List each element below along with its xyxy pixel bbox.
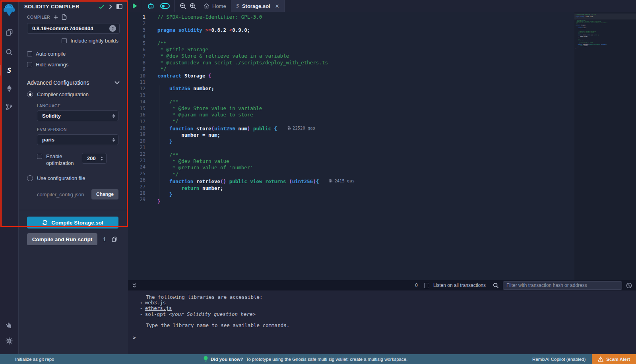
enable-optimization-checkbox[interactable] bbox=[37, 154, 42, 159]
remix-logo[interactable] bbox=[0, 2, 19, 19]
pin-panel-icon[interactable] bbox=[116, 4, 122, 9]
hide-warnings-label: Hide warnings bbox=[36, 62, 68, 68]
evm-version-select[interactable]: paris bbox=[37, 134, 118, 145]
code-line[interactable]: */ bbox=[157, 66, 574, 72]
tip-text: To prototype using the Gnosis safe multi… bbox=[246, 357, 408, 362]
tab-label: Storage.sol bbox=[242, 3, 270, 9]
version-stepper-icon bbox=[109, 25, 116, 32]
terminal-search-icon[interactable] bbox=[493, 283, 499, 288]
code-line[interactable]: * @return value of 'number' bbox=[157, 165, 574, 171]
deploy-run-icon[interactable] bbox=[0, 81, 19, 96]
code-line[interactable] bbox=[157, 79, 574, 85]
code-line[interactable]: * @dev Store value in variable bbox=[157, 105, 574, 112]
info-icon[interactable]: i bbox=[103, 236, 106, 242]
line-number: 16 bbox=[128, 112, 145, 118]
code-line[interactable]: */ bbox=[157, 171, 574, 178]
file-explorer-icon[interactable] bbox=[0, 25, 19, 40]
clear-console-icon[interactable] bbox=[626, 283, 632, 288]
expand-terminal-icon[interactable] bbox=[132, 283, 137, 288]
chevron-right-icon[interactable] bbox=[109, 4, 112, 9]
code-line[interactable]: contract Storage { bbox=[157, 73, 574, 79]
use-configuration-file-label: Use configuration file bbox=[37, 175, 85, 181]
code-line[interactable] bbox=[157, 33, 574, 40]
change-config-button[interactable]: Change bbox=[91, 189, 118, 199]
code-line[interactable]: } bbox=[157, 192, 574, 198]
ai-copilot-toggle[interactable] bbox=[160, 3, 170, 9]
code-line[interactable]: /** bbox=[157, 99, 574, 105]
code-line[interactable]: number = num; bbox=[157, 132, 574, 138]
code-line[interactable]: /** bbox=[157, 40, 574, 46]
auto-compile-checkbox[interactable] bbox=[27, 51, 32, 56]
code-line[interactable]: * @param num value to store bbox=[157, 112, 574, 118]
copilot-status[interactable]: RemixAI Copilot (enabled) bbox=[532, 357, 586, 362]
zoom-in-icon[interactable] bbox=[190, 3, 196, 10]
optimization-runs-input[interactable]: 200 bbox=[82, 153, 107, 164]
solidity-compiler-icon[interactable]: S bbox=[0, 63, 19, 78]
ai-segment bbox=[142, 0, 175, 12]
code-line[interactable]: /** bbox=[157, 152, 574, 158]
hide-warnings-checkbox[interactable] bbox=[27, 62, 32, 67]
terminal-link[interactable]: web3.js bbox=[145, 300, 166, 306]
search-icon[interactable] bbox=[0, 45, 19, 60]
home-label: Home bbox=[212, 3, 226, 9]
compiler-section-label: COMPILER bbox=[27, 15, 50, 19]
compiler-configuration-radio[interactable] bbox=[27, 91, 33, 97]
listen-transactions-checkbox[interactable] bbox=[424, 283, 429, 288]
add-compiler-icon[interactable] bbox=[54, 15, 58, 19]
refresh-icon bbox=[42, 220, 48, 225]
line-number: 26 bbox=[128, 177, 145, 183]
copy-icon[interactable] bbox=[112, 236, 117, 242]
minimap-area[interactable]: // SPDX-License-Identifier: GPL-3.0pragm… bbox=[574, 12, 636, 280]
code-line[interactable]: pragma solidity >=0.8.2 <0.9.0; bbox=[157, 27, 574, 33]
code-line[interactable]: * @dev Store & retrieve value in a varia… bbox=[157, 53, 574, 59]
code-line[interactable] bbox=[157, 92, 574, 99]
line-number: 5 bbox=[128, 40, 145, 46]
git-init-button[interactable]: Initialize as git repo bbox=[0, 357, 54, 362]
ai-copilot-robot-icon[interactable] bbox=[147, 3, 155, 10]
code-line[interactable]: return number; bbox=[157, 185, 574, 192]
settings-gear-icon[interactable] bbox=[0, 333, 19, 349]
run-script-play-icon[interactable] bbox=[133, 3, 137, 9]
compile-button[interactable]: Compile Storage.sol bbox=[27, 217, 118, 228]
code-editor[interactable]: 1234567891011121314151617181920212223242… bbox=[128, 12, 636, 280]
code-line[interactable]: uint256 number; bbox=[157, 85, 574, 92]
language-select[interactable]: Solidity bbox=[37, 110, 118, 121]
code-line[interactable]: * @title Storage bbox=[157, 46, 574, 53]
tab-storage-sol[interactable]: S Storage.sol ✕ bbox=[231, 0, 285, 12]
code-area[interactable]: // SPDX-License-Identifier: GPL-3.0pragm… bbox=[151, 12, 574, 280]
code-line[interactable]: function store(uint256 num) public {2252… bbox=[157, 125, 574, 132]
line-number-gutter: 1234567891011121314151617181920212223242… bbox=[128, 12, 151, 280]
line-number: 14 bbox=[128, 99, 145, 105]
code-line[interactable]: // SPDX-License-Identifier: GPL-3.0 bbox=[157, 14, 574, 20]
advanced-configurations-toggle[interactable]: Advanced Configurations bbox=[27, 79, 120, 86]
zoom-out-icon[interactable] bbox=[180, 3, 186, 10]
code-line[interactable]: } bbox=[157, 139, 574, 145]
transaction-filter-input[interactable] bbox=[503, 281, 622, 290]
code-line[interactable]: * @dev Return value bbox=[157, 158, 574, 165]
terminal-line: •sol-gpt <your Solidity question here> bbox=[140, 312, 636, 318]
code-line[interactable]: } bbox=[157, 198, 574, 205]
terminal-line bbox=[140, 317, 636, 323]
plugin-manager-icon[interactable] bbox=[0, 318, 19, 333]
use-configuration-file-radio[interactable] bbox=[27, 175, 33, 181]
indent-guide bbox=[159, 85, 159, 203]
optimization-runs-value: 200 bbox=[87, 155, 101, 161]
nightly-builds-checkbox[interactable] bbox=[62, 38, 67, 43]
code-line[interactable]: * @custom:dev-run-script ./scripts/deplo… bbox=[157, 60, 574, 66]
terminal-link[interactable]: ethers.js bbox=[145, 306, 172, 311]
solidity-file-icon: S bbox=[236, 3, 239, 9]
compile-and-run-button[interactable]: Compile and Run script bbox=[27, 233, 97, 245]
open-file-icon[interactable] bbox=[62, 14, 67, 20]
bullet: • bbox=[140, 300, 143, 306]
compiler-version-select[interactable]: 0.8.19+commit.7dd6d404 bbox=[27, 23, 120, 34]
code-line[interactable] bbox=[157, 145, 574, 151]
close-tab-icon[interactable]: ✕ bbox=[275, 3, 279, 9]
code-line[interactable] bbox=[157, 20, 574, 27]
home-tab[interactable]: Home bbox=[204, 3, 226, 9]
code-line[interactable]: */ bbox=[157, 118, 574, 124]
code-line[interactable]: function retrieve() public view returns … bbox=[157, 178, 574, 185]
scam-alert-badge[interactable]: Scam Alert bbox=[592, 354, 636, 364]
git-icon[interactable] bbox=[0, 99, 19, 114]
terminal-line: The following libraries are accessible: bbox=[140, 294, 636, 300]
terminal[interactable]: The following libraries are accessible:•… bbox=[128, 290, 636, 354]
